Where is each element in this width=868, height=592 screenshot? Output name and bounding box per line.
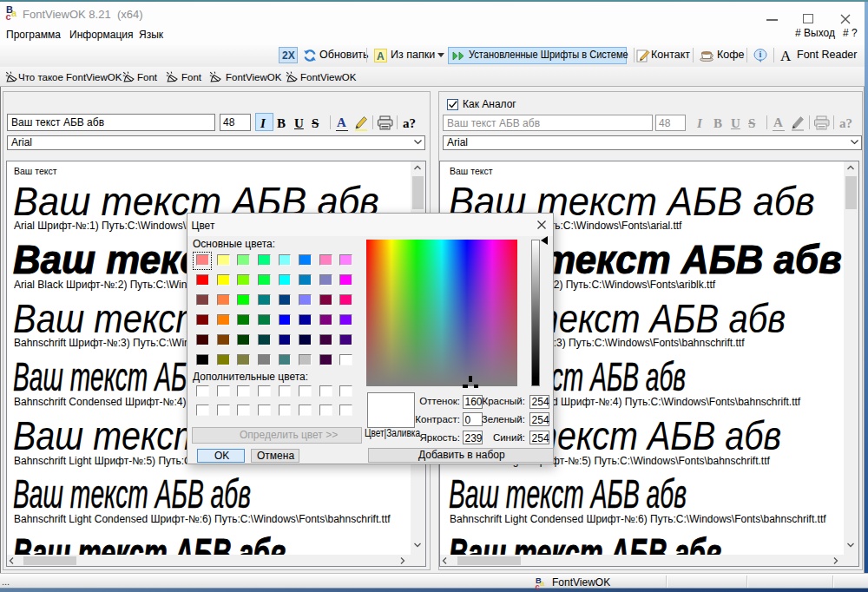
svg-text:i: i — [760, 49, 762, 59]
